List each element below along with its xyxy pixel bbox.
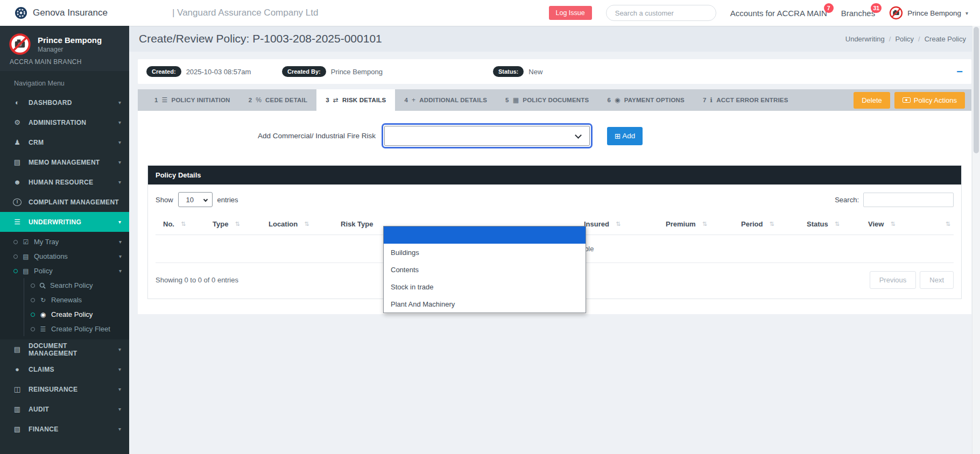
column-header-actions[interactable]: ⇅ xyxy=(930,221,954,228)
branches-link[interactable]: Branches 31 xyxy=(841,9,875,18)
plus-icon: + xyxy=(412,96,415,104)
tab-payment-options[interactable]: 6 ◉ PAYMENT OPTIONS xyxy=(598,89,694,111)
profile-role: Manager xyxy=(38,46,102,53)
sidebar-item-claims[interactable]: ● CLAIMS ▾ xyxy=(0,359,129,379)
sidebar-item-create-policy[interactable]: ◉ Create Policy xyxy=(24,307,129,322)
people-icon: ☻ xyxy=(13,178,22,186)
column-header-type[interactable]: Type ⇅ xyxy=(205,220,261,228)
policy-actions-button[interactable]: Policy Actions xyxy=(894,92,965,109)
sidebar-item-create-policy-fleet[interactable]: ☰ Create Policy Fleet xyxy=(24,322,129,336)
brand[interactable]: Genova Insurance xyxy=(14,6,108,20)
dropdown-option-buildings[interactable]: Buildings xyxy=(384,244,586,261)
column-header-period[interactable]: Period ⇅ xyxy=(734,220,799,228)
add-risk-button[interactable]: ⊞ Add xyxy=(607,127,643,145)
list-icon: ☰ xyxy=(162,96,168,104)
sidebar-item-finance[interactable]: ▧ FINANCE ▾ xyxy=(0,419,129,439)
sidebar-item-audit[interactable]: ▥ AUDIT ▾ xyxy=(0,399,129,419)
table-search-input[interactable] xyxy=(863,193,954,207)
tab-acct-error-entries[interactable]: 7 ℹ ACCT ERROR ENTRIES xyxy=(694,89,798,111)
accounts-badge: 7 xyxy=(824,3,834,13)
stack-icon: ◫ xyxy=(13,385,22,393)
status-value: New xyxy=(528,68,542,76)
policy-meta-panel: Created: 2025-10-03 08:57am Created By: … xyxy=(138,59,971,84)
breadcrumb-underwriting[interactable]: Underwriting xyxy=(845,35,885,43)
sliders-icon: ⇄ xyxy=(333,96,339,104)
page-header: Create/Review Policy: P-1003-208-2025-00… xyxy=(129,26,980,52)
dropdown-option-blank[interactable] xyxy=(384,226,586,244)
user-name: Prince Bempong xyxy=(907,9,961,17)
tab-additional-details[interactable]: 4 + ADDITIONAL DETAILS xyxy=(395,89,496,111)
column-header-status[interactable]: Status ⇅ xyxy=(799,220,861,228)
sidebar-item-administration[interactable]: ⚙ ADMINISTRATION ▾ xyxy=(0,112,129,132)
log-issue-button[interactable]: Log Issue xyxy=(549,6,592,20)
chevron-down-icon: ▾ xyxy=(118,219,121,225)
chevron-down-icon: ▾ xyxy=(965,10,968,16)
sidebar-item-quotations[interactable]: ▤ Quotations ▾ xyxy=(0,249,129,264)
chevron-down-icon: ▾ xyxy=(118,406,121,412)
search-label: Search: xyxy=(835,196,859,204)
sidebar-item-renewals[interactable]: ↻ Renewals xyxy=(24,293,129,307)
nav-section-label: Navigation Menu xyxy=(0,71,129,93)
chevron-down-icon: ▾ xyxy=(118,426,121,432)
dropdown-option-contents[interactable]: Contents xyxy=(384,261,586,278)
sidebar-item-policy[interactable]: ▤ Policy ▾ xyxy=(0,264,129,278)
underwriting-submenu: ☑ My Tray ▾ ▤ Quotations ▾ ▤ Policy ▾ xyxy=(0,232,129,339)
policy-tabs: 1 ☰ POLICY INITIATION 2 % CEDE DETAIL 3 … xyxy=(138,89,971,111)
sidebar-item-memo-management[interactable]: ▤ MEMO MANAGEMENT ▾ xyxy=(0,152,129,172)
tab-policy-initiation[interactable]: 1 ☰ POLICY INITIATION xyxy=(145,89,239,111)
delete-button[interactable]: Delete xyxy=(854,92,890,109)
page-size-select[interactable]: 10 xyxy=(178,192,213,207)
no-photo-avatar-icon xyxy=(9,33,31,55)
next-page-button[interactable]: Next xyxy=(920,271,954,289)
app-root: Genova Insurance | Vanguard Assurance Co… xyxy=(0,0,980,454)
bullet-icon xyxy=(31,298,35,302)
tab-risk-details[interactable]: 3 ⇄ RISK DETAILS xyxy=(316,89,395,111)
ledger-icon: ▧ xyxy=(13,425,22,433)
policy-submenu: Search Policy ↻ Renewals ◉ Create Policy… xyxy=(24,278,129,336)
sidebar-item-complaint-management[interactable]: ! COMPLAINT MANAGEMENT xyxy=(0,192,129,212)
sidebar-item-human-resource[interactable]: ☻ HUMAN RESOURCE ▾ xyxy=(0,172,129,192)
column-header-no[interactable]: No. ⇅ xyxy=(156,220,205,228)
chevron-down-icon: ▾ xyxy=(118,179,121,185)
sidebar-item-crm[interactable]: ♟ CRM ▾ xyxy=(0,132,129,152)
vertical-scrollbar[interactable] xyxy=(972,26,980,454)
lines-icon: ☰ xyxy=(13,218,22,226)
list-icon: ☰ xyxy=(39,325,47,333)
user-menu[interactable]: Prince Bempong ▾ xyxy=(889,6,968,20)
sidebar: Prince Bempong Manager ACCRA MAIN BRANCH… xyxy=(0,26,129,454)
accounts-link[interactable]: Accounts for ACCRA MAIN 7 xyxy=(730,9,827,18)
tab-policy-documents[interactable]: 5 ▦ POLICY DOCUMENTS xyxy=(496,89,598,111)
scrollbar-thumb[interactable] xyxy=(974,27,979,153)
renew-icon: ↻ xyxy=(39,296,47,304)
risk-type-select[interactable] xyxy=(384,126,590,146)
customer-search-input[interactable] xyxy=(606,5,716,21)
dropdown-option-stock-in-trade[interactable]: Stock in trade xyxy=(384,278,586,295)
sidebar-item-my-tray[interactable]: ☑ My Tray ▾ xyxy=(0,235,129,249)
briefcase-icon: ▦ xyxy=(513,96,519,104)
add-risk-label: Add Commercial/ Industrial Fire Risk xyxy=(147,132,384,140)
sidebar-item-document-management[interactable]: ▤ DOCUMENT MANAGEMENT ▾ xyxy=(0,339,129,359)
sidebar-item-underwriting[interactable]: ☰ UNDERWRITING ▾ xyxy=(0,212,129,232)
column-header-premium[interactable]: Premium ⇅ xyxy=(658,220,734,228)
sort-icon: ⇅ xyxy=(235,221,239,228)
column-header-view[interactable]: View ⇅ xyxy=(861,220,930,228)
previous-page-button[interactable]: Previous xyxy=(870,271,916,289)
created-by-value: Prince Bempong xyxy=(331,68,383,76)
column-header-insured[interactable]: Insured ⇅ xyxy=(576,220,658,228)
tab-cede-detail[interactable]: 2 % CEDE DETAIL xyxy=(239,89,317,111)
bullet-icon xyxy=(13,240,18,244)
sidebar-item-reinsurance[interactable]: ◫ REINSURANCE ▾ xyxy=(0,379,129,399)
collapse-panel-icon[interactable]: − xyxy=(956,66,963,77)
sort-icon: ⇅ xyxy=(769,221,774,228)
sort-icon: ⇅ xyxy=(946,221,950,228)
breadcrumb-policy[interactable]: Policy xyxy=(895,35,914,43)
chevron-down-icon: ▾ xyxy=(118,386,121,392)
chevron-down-icon xyxy=(203,197,207,202)
brand-logo-icon xyxy=(14,6,28,20)
dropdown-option-plant-and-machinery[interactable]: Plant And Machinery xyxy=(384,295,586,313)
column-header-location[interactable]: Location ⇅ xyxy=(261,220,333,228)
sidebar-item-search-policy[interactable]: Search Policy xyxy=(24,278,129,293)
chevron-down-icon: ▾ xyxy=(118,100,121,105)
created-group: Created: 2025-10-03 08:57am xyxy=(146,66,282,77)
sidebar-item-dashboard[interactable]: ◐ DASHBOARD ▾ xyxy=(0,93,129,112)
